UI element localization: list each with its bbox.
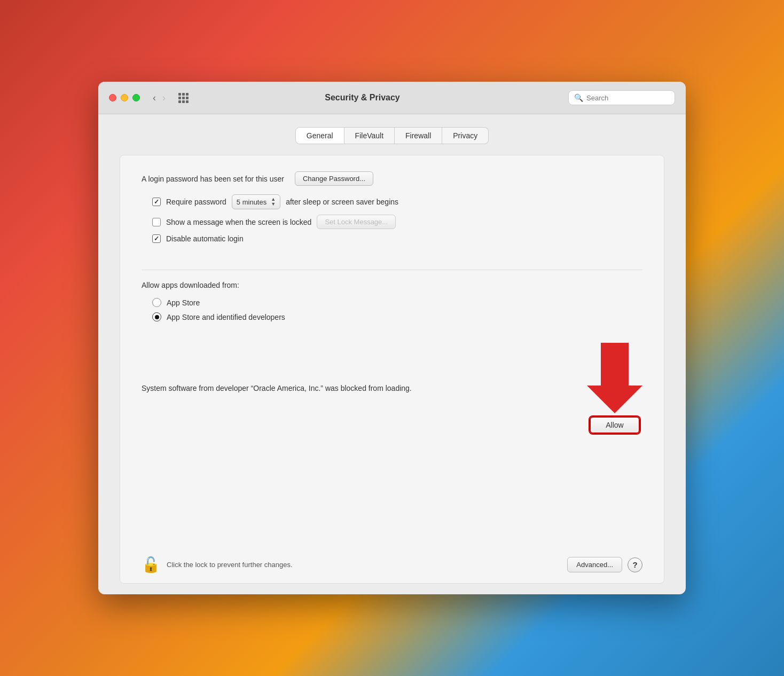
lock-text: Click the lock to prevent further change…: [167, 561, 293, 569]
blocked-software-section: System software from developer “Oracle A…: [142, 343, 642, 434]
traffic-lights: [109, 94, 140, 101]
disable-login-row: Disable automatic login: [152, 234, 642, 243]
advanced-button[interactable]: Advanced...: [567, 557, 622, 572]
app-store-radio-label: App Store: [167, 298, 200, 307]
content-area: General FileVault Firewall Privacy A log…: [98, 114, 686, 594]
password-section: A login password has been set for this u…: [142, 171, 642, 248]
disable-login-checkbox[interactable]: [152, 234, 161, 243]
apps-section: Allow apps downloaded from: App Store Ap…: [142, 281, 642, 327]
show-message-row: Show a message when the screen is locked…: [152, 215, 642, 229]
app-store-radio-row: App Store: [152, 298, 642, 307]
titlebar: ‹ › Security & Privacy 🔍: [98, 82, 686, 114]
minimize-button[interactable]: [121, 94, 128, 101]
show-message-label: Show a message when the screen is locked: [166, 218, 311, 226]
tab-general[interactable]: General: [295, 127, 344, 144]
tab-filevault[interactable]: FileVault: [344, 127, 395, 144]
dropdown-value: 5 minutes: [237, 198, 266, 206]
settings-panel: A login password has been set for this u…: [120, 155, 664, 584]
close-button[interactable]: [109, 94, 116, 101]
search-box[interactable]: 🔍: [568, 90, 675, 105]
arrow-head-icon: [587, 386, 642, 413]
allow-button[interactable]: Allow: [590, 416, 639, 434]
change-password-button[interactable]: Change Password...: [295, 171, 373, 186]
window-title: Security & Privacy: [163, 93, 562, 103]
lock-icon[interactable]: 🔓: [142, 557, 160, 572]
tab-privacy[interactable]: Privacy: [442, 127, 489, 144]
arrow-shaft: [601, 343, 629, 386]
require-password-checkbox[interactable]: [152, 198, 161, 206]
blocked-software-text: System software from developer “Oracle A…: [142, 383, 412, 394]
tabs-bar: General FileVault Firewall Privacy: [120, 127, 664, 144]
password-timeout-dropdown[interactable]: 5 minutes ▲ ▼: [232, 194, 280, 209]
system-preferences-window: ‹ › Security & Privacy 🔍 General FileVau…: [98, 82, 686, 594]
app-store-developers-radio-label: App Store and identified developers: [167, 313, 285, 321]
bottom-right-buttons: Advanced... ?: [567, 557, 642, 572]
section-divider: [142, 270, 642, 270]
maximize-button[interactable]: [132, 94, 140, 101]
search-icon: 🔍: [574, 93, 583, 102]
allow-button-wrapper: Allow: [587, 343, 642, 434]
back-button[interactable]: ‹: [151, 92, 158, 104]
require-password-label: Require password: [166, 198, 226, 206]
dropdown-suffix: after sleep or screen saver begins: [286, 198, 398, 206]
lock-area: 🔓 Click the lock to prevent further chan…: [142, 557, 293, 572]
require-password-row: Require password 5 minutes ▲ ▼ after sle…: [152, 194, 642, 209]
show-message-checkbox[interactable]: [152, 218, 161, 226]
app-store-radio[interactable]: [152, 298, 161, 307]
app-store-developers-radio-row: App Store and identified developers: [152, 312, 642, 321]
disable-login-label: Disable automatic login: [166, 234, 244, 243]
apps-heading: Allow apps downloaded from:: [142, 281, 642, 289]
red-arrow-indicator: [587, 343, 642, 413]
password-row: A login password has been set for this u…: [142, 171, 642, 186]
search-input[interactable]: [586, 94, 669, 102]
bottom-bar: 🔓 Click the lock to prevent further chan…: [142, 548, 642, 572]
password-label: A login password has been set for this u…: [142, 175, 284, 183]
help-button[interactable]: ?: [628, 557, 642, 572]
app-store-developers-radio[interactable]: [152, 312, 161, 321]
tab-firewall[interactable]: Firewall: [395, 127, 442, 144]
set-lock-message-button[interactable]: Set Lock Message...: [317, 215, 396, 229]
dropdown-arrows-icon: ▲ ▼: [271, 197, 276, 207]
